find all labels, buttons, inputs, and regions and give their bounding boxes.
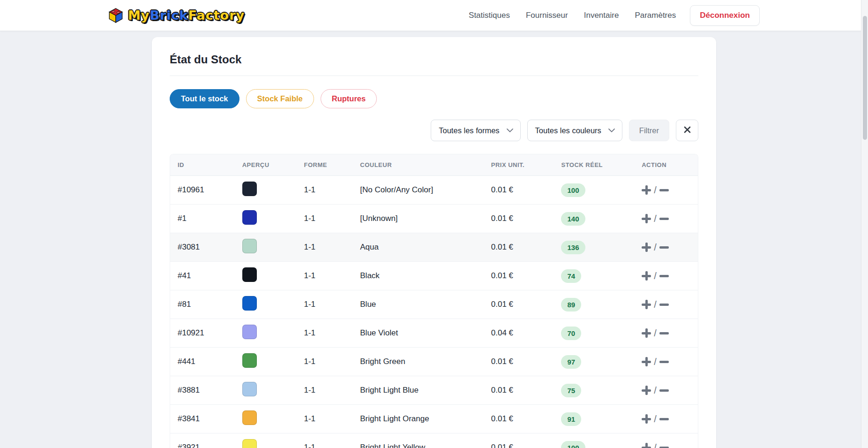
row-preview-cell bbox=[235, 233, 297, 262]
increment-stock-button[interactable] bbox=[642, 300, 651, 309]
table-row: #10921 1-1 Blue Violet 0.04 € 70 / bbox=[170, 319, 698, 348]
brand-part: Factory bbox=[188, 8, 245, 23]
stock-badge: 140 bbox=[561, 212, 585, 226]
action-separator: / bbox=[654, 414, 657, 425]
filter-button[interactable]: Filtrer bbox=[629, 120, 669, 141]
row-id: #41 bbox=[170, 262, 235, 290]
shape-filter-value: Toutes les formes bbox=[439, 126, 499, 135]
nav-link-parametres[interactable]: Paramètres bbox=[635, 11, 676, 20]
row-unit-price: 0.01 € bbox=[484, 405, 554, 433]
clear-filters-button[interactable] bbox=[676, 120, 698, 141]
plus-icon bbox=[642, 443, 651, 448]
row-stock-cell: 75 bbox=[554, 376, 634, 405]
row-shape: 1-1 bbox=[296, 405, 352, 433]
filter-tab-low-stock[interactable]: Stock Faible bbox=[246, 89, 314, 108]
increment-stock-button[interactable] bbox=[642, 185, 651, 195]
increment-stock-button[interactable] bbox=[642, 414, 651, 424]
row-unit-price: 0.01 € bbox=[484, 205, 554, 233]
scrollbar-thumb[interactable] bbox=[863, 16, 867, 140]
stock-badge: 89 bbox=[561, 298, 581, 311]
increment-stock-button[interactable] bbox=[642, 214, 651, 223]
row-id: #3921 bbox=[170, 433, 235, 448]
row-action-cell: / bbox=[634, 348, 698, 376]
row-action-cell: / bbox=[634, 376, 698, 405]
row-color-name: Bright Light Orange bbox=[352, 405, 483, 433]
decrement-stock-button[interactable] bbox=[659, 389, 669, 392]
row-shape: 1-1 bbox=[296, 433, 352, 448]
decrement-stock-button[interactable] bbox=[659, 246, 669, 249]
row-color-name: Bright Light Blue bbox=[352, 376, 483, 405]
nav-link-inventaire[interactable]: Inventaire bbox=[584, 11, 619, 20]
action-separator: / bbox=[654, 213, 657, 224]
color-swatch bbox=[242, 439, 257, 448]
color-filter-value: Toutes les couleurs bbox=[535, 126, 601, 135]
increment-stock-button[interactable] bbox=[642, 443, 651, 448]
color-swatch bbox=[242, 325, 257, 339]
filter-tab-out-of-stock[interactable]: Ruptures bbox=[321, 89, 377, 108]
table-row: #1 1-1 [Unknown] 0.01 € 140 / bbox=[170, 205, 698, 233]
row-preview-cell bbox=[235, 376, 297, 405]
stock-badge: 74 bbox=[561, 269, 581, 283]
stock-badge: 136 bbox=[561, 241, 585, 254]
row-unit-price: 0.01 € bbox=[484, 176, 554, 205]
plus-icon bbox=[642, 214, 651, 223]
filter-controls: Toutes les formes Toutes les couleurs Fi… bbox=[170, 120, 698, 141]
row-stock-cell: 100 bbox=[554, 176, 634, 205]
decrement-stock-button[interactable] bbox=[659, 304, 669, 306]
color-swatch bbox=[242, 382, 257, 396]
column-header-4: PRIX UNIT. bbox=[484, 154, 554, 176]
decrement-stock-button[interactable] bbox=[659, 189, 669, 191]
row-action-cell: / bbox=[634, 433, 698, 448]
row-shape: 1-1 bbox=[296, 290, 352, 319]
chevron-down-icon bbox=[507, 129, 513, 133]
row-action-cell: / bbox=[634, 262, 698, 290]
row-color-name: [No Color/Any Color] bbox=[352, 176, 483, 205]
increment-stock-button[interactable] bbox=[642, 328, 651, 338]
minus-icon bbox=[659, 447, 669, 448]
row-id: #3081 bbox=[170, 233, 235, 262]
action-separator: / bbox=[654, 442, 657, 448]
row-id: #3841 bbox=[170, 405, 235, 433]
filter-tab-all-stock[interactable]: Tout le stock bbox=[170, 89, 239, 108]
logout-button[interactable]: Déconnexion bbox=[690, 5, 760, 26]
row-shape: 1-1 bbox=[296, 376, 352, 405]
row-preview-cell bbox=[235, 176, 297, 205]
row-color-name: Bright Green bbox=[352, 348, 483, 376]
increment-stock-button[interactable] bbox=[642, 243, 651, 252]
row-action-cell: / bbox=[634, 205, 698, 233]
column-header-0: ID bbox=[170, 154, 235, 176]
decrement-stock-button[interactable] bbox=[659, 332, 669, 334]
row-id: #1 bbox=[170, 205, 235, 233]
title-divider bbox=[170, 76, 698, 76]
table-row: #3841 1-1 Bright Light Orange 0.01 € 91 … bbox=[170, 405, 698, 433]
row-shape: 1-1 bbox=[296, 262, 352, 290]
color-filter-select[interactable]: Toutes les couleurs bbox=[527, 120, 622, 141]
decrement-stock-button[interactable] bbox=[659, 275, 669, 277]
row-unit-price: 0.01 € bbox=[484, 262, 554, 290]
table-row: #41 1-1 Black 0.01 € 74 / bbox=[170, 262, 698, 290]
row-stock-cell: 74 bbox=[554, 262, 634, 290]
plus-icon bbox=[642, 300, 651, 309]
color-swatch bbox=[242, 410, 257, 425]
decrement-stock-button[interactable] bbox=[659, 418, 669, 420]
color-swatch bbox=[242, 353, 257, 368]
stock-page: { "brand": { "parts": [ { "text": "My", … bbox=[0, 0, 868, 448]
action-separator: / bbox=[654, 242, 657, 253]
increment-stock-button[interactable] bbox=[642, 386, 651, 395]
decrement-stock-button[interactable] bbox=[659, 361, 669, 363]
increment-stock-button[interactable] bbox=[642, 357, 651, 366]
plus-icon bbox=[642, 386, 651, 395]
decrement-stock-button[interactable] bbox=[659, 218, 669, 220]
row-stock-cell: 100 bbox=[554, 433, 634, 448]
table-row: #81 1-1 Blue 0.01 € 89 / bbox=[170, 290, 698, 319]
scrollbar-track bbox=[861, 0, 868, 448]
nav-link-statistiques[interactable]: Statistiques bbox=[469, 11, 510, 20]
nav-link-fournisseur[interactable]: Fournisseur bbox=[526, 11, 568, 20]
shape-filter-select[interactable]: Toutes les formes bbox=[431, 120, 520, 141]
stock-badge: 100 bbox=[561, 183, 585, 197]
row-action-cell: / bbox=[634, 176, 698, 205]
brand-part: My bbox=[128, 8, 150, 23]
increment-stock-button[interactable] bbox=[642, 271, 651, 281]
decrement-stock-button[interactable] bbox=[659, 447, 669, 448]
row-shape: 1-1 bbox=[296, 176, 352, 205]
